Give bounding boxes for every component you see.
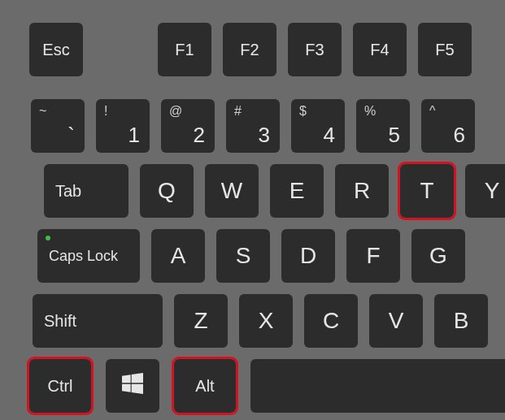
caps-lock-indicator [46, 236, 50, 240]
key-5[interactable]: % 5 [356, 99, 410, 153]
key-shift-label: $ [299, 104, 307, 119]
qwerty-row: Tab Q W E R T Y [29, 164, 505, 218]
key-windows[interactable] [106, 359, 159, 413]
key-ctrl[interactable]: Ctrl [29, 359, 91, 413]
key-label: B [454, 308, 469, 334]
function-row: Esc F1 F2 F3 F4 F5 [29, 23, 505, 76]
key-backtick[interactable]: ~ ` [31, 99, 85, 153]
key-1[interactable]: ! 1 [96, 99, 150, 153]
key-label: F1 [175, 41, 194, 59]
key-shift[interactable]: Shift [33, 294, 163, 348]
key-q[interactable]: Q [140, 164, 194, 218]
key-label: 6 [454, 123, 465, 148]
key-space[interactable] [250, 359, 505, 413]
key-f4[interactable]: F4 [353, 23, 407, 76]
key-label: W [221, 178, 242, 204]
shift-row: Shift Z X C V B [29, 294, 505, 348]
key-label: 2 [194, 123, 205, 148]
key-caps-lock[interactable]: Caps Lock [37, 229, 140, 283]
key-y[interactable]: Y [465, 164, 505, 218]
key-label: V [389, 308, 404, 334]
key-v[interactable]: V [369, 294, 423, 348]
key-f1[interactable]: F1 [158, 23, 211, 76]
key-label: 5 [389, 123, 400, 148]
key-f3[interactable]: F3 [288, 23, 342, 76]
key-label: F [366, 243, 380, 269]
key-b[interactable]: B [434, 294, 488, 348]
key-label: G [429, 243, 447, 269]
key-label: T [420, 178, 433, 204]
key-3[interactable]: # 3 [226, 99, 280, 153]
key-f2[interactable]: F2 [223, 23, 276, 76]
key-label: Caps Lock [49, 248, 118, 265]
key-label: E [290, 178, 305, 204]
key-f5[interactable]: F5 [418, 23, 472, 76]
key-label: X [259, 308, 274, 334]
key-shift-label: # [234, 104, 242, 119]
key-label: ` [67, 123, 75, 148]
key-label: R [354, 178, 370, 204]
key-e[interactable]: E [270, 164, 324, 218]
number-row: ~ ` ! 1 @ 2 # 3 $ 4 % 5 ^ 6 [29, 99, 505, 153]
key-f[interactable]: F [346, 229, 400, 283]
key-shift-label: % [364, 104, 376, 119]
fn-gap [94, 23, 146, 76]
key-label: Alt [195, 377, 214, 396]
windows-icon [122, 373, 143, 399]
key-label: F4 [370, 41, 389, 59]
key-shift-label: @ [169, 104, 182, 119]
key-6[interactable]: ^ 6 [421, 99, 475, 153]
key-shift-label: ! [104, 104, 107, 119]
key-label: Y [485, 178, 500, 204]
key-label: F2 [240, 41, 259, 59]
key-c[interactable]: C [304, 294, 358, 348]
key-label: F3 [305, 41, 324, 59]
key-z[interactable]: Z [174, 294, 228, 348]
key-label: S [236, 243, 251, 269]
key-alt[interactable]: Alt [174, 359, 236, 413]
key-label: Esc [42, 41, 69, 59]
key-shift-label: ^ [429, 104, 436, 119]
key-tab[interactable]: Tab [44, 164, 128, 218]
key-2[interactable]: @ 2 [161, 99, 215, 153]
key-label: Q [158, 178, 176, 204]
key-t[interactable]: T [400, 164, 454, 218]
key-label: A [171, 243, 186, 269]
key-r[interactable]: R [335, 164, 389, 218]
key-label: Tab [55, 182, 81, 201]
key-label: 1 [128, 123, 140, 148]
key-g[interactable]: G [411, 229, 465, 283]
key-shift-label: ~ [39, 104, 46, 119]
key-label: Shift [44, 312, 76, 331]
key-label: F5 [435, 41, 454, 59]
key-w[interactable]: W [205, 164, 259, 218]
modifier-row: Ctrl Alt [29, 359, 505, 413]
key-x[interactable]: X [239, 294, 293, 348]
home-row: Caps Lock A S D F G [29, 229, 505, 283]
key-esc[interactable]: Esc [29, 23, 83, 76]
key-s[interactable]: S [216, 229, 270, 283]
key-label: D [300, 243, 316, 269]
key-label: Ctrl [47, 377, 72, 396]
key-label: Z [194, 308, 207, 334]
keyboard: Esc F1 F2 F3 F4 F5 ~ ` ! 1 @ 2 # 3 $ 4 % [0, 0, 505, 420]
key-4[interactable]: $ 4 [291, 99, 345, 153]
key-label: 4 [324, 123, 335, 148]
key-label: 3 [259, 123, 270, 148]
key-a[interactable]: A [151, 229, 205, 283]
key-d[interactable]: D [281, 229, 335, 283]
key-label: C [323, 308, 339, 334]
